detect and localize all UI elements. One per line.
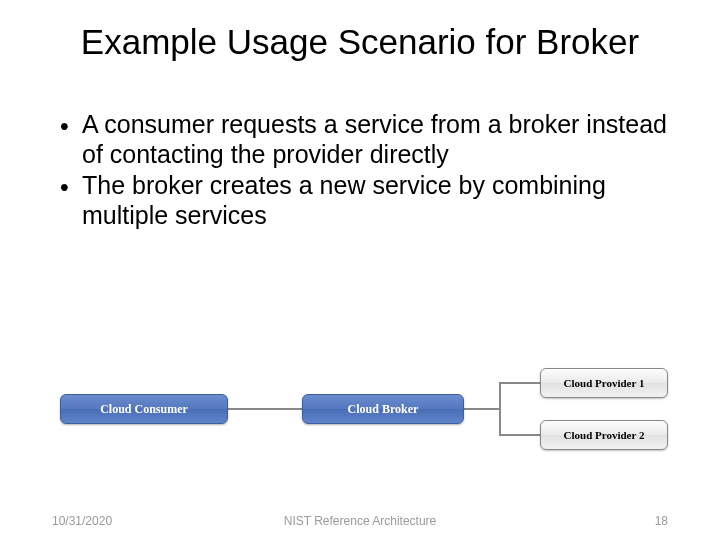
bullet-dot-icon: • <box>60 110 82 169</box>
bullet-text: A consumer requests a service from a bro… <box>82 110 680 169</box>
node-cloud-provider-2: Cloud Provider 2 <box>540 420 668 450</box>
bullet-dot-icon: • <box>60 171 82 230</box>
bullet-list: • A consumer requests a service from a b… <box>0 62 720 230</box>
footer-title: NIST Reference Architecture <box>0 514 720 528</box>
broker-diagram: Cloud Consumer Cloud Broker Cloud Provid… <box>50 350 670 470</box>
bullet-item: • The broker creates a new service by co… <box>60 171 680 230</box>
node-cloud-broker: Cloud Broker <box>302 394 464 424</box>
slide-footer: 10/31/2020 NIST Reference Architecture 1… <box>0 514 720 528</box>
node-cloud-provider-1: Cloud Provider 1 <box>540 368 668 398</box>
bullet-text: The broker creates a new service by comb… <box>82 171 680 230</box>
node-cloud-consumer: Cloud Consumer <box>60 394 228 424</box>
bullet-item: • A consumer requests a service from a b… <box>60 110 680 169</box>
slide-title: Example Usage Scenario for Broker <box>0 0 720 62</box>
